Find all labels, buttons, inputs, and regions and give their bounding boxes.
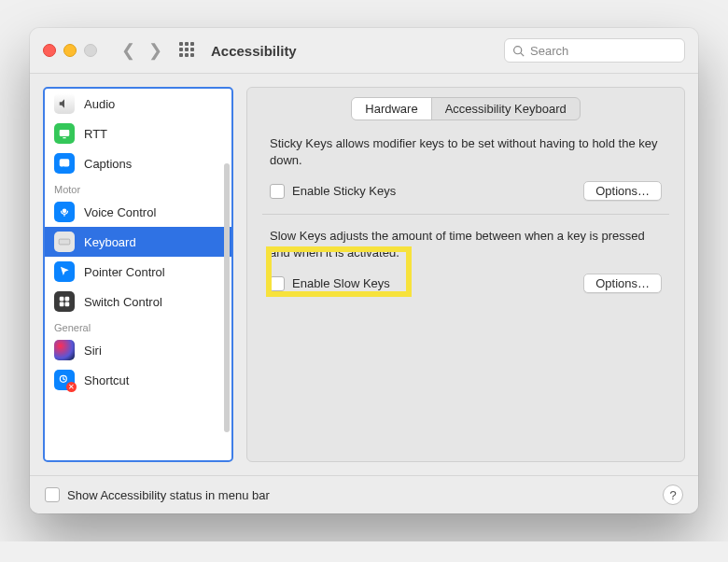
window-controls <box>43 44 97 57</box>
search-icon <box>512 45 525 57</box>
sidebar-item-keyboard[interactable]: Keyboard <box>45 227 231 257</box>
slow-keys-description: Slow Keys adjusts the amount of time bet… <box>270 228 662 260</box>
svg-rect-10 <box>60 302 64 307</box>
forward-button[interactable]: ❯ <box>148 42 162 59</box>
keyboard-icon <box>54 232 75 252</box>
close-window-button[interactable] <box>43 44 56 57</box>
sidebar-item-label: Switch Control <box>84 295 162 309</box>
sidebar-item-siri[interactable]: Siri <box>45 335 231 365</box>
sidebar-item-rtt[interactable]: RTT <box>45 119 231 148</box>
svg-rect-2 <box>60 130 70 136</box>
show-status-menubar-checkbox[interactable] <box>45 487 60 502</box>
sidebar-item-voice-control[interactable]: Voice Control <box>45 197 231 227</box>
sidebar-item-label: Shortcut <box>84 373 129 387</box>
sidebar-group-general: General <box>45 316 231 335</box>
voice-control-icon <box>54 202 75 222</box>
sidebar-item-label: RTT <box>84 127 107 141</box>
sidebar-group-motor: Motor <box>45 178 231 197</box>
tab-segments: Hardware Accessibility Keyboard <box>351 97 580 120</box>
tab-bar: Hardware Accessibility Keyboard <box>247 97 684 120</box>
enable-slow-keys-checkbox[interactable] <box>270 276 285 291</box>
main-panel: Hardware Accessibility Keyboard Sticky K… <box>246 87 685 462</box>
tab-accessibility-keyboard[interactable]: Accessibility Keyboard <box>432 98 580 119</box>
enable-sticky-keys-checkbox[interactable] <box>270 184 285 199</box>
sidebar-item-captions[interactable]: Captions <box>45 148 231 178</box>
show-all-icon[interactable] <box>179 42 196 59</box>
sidebar-item-shortcut[interactable]: ✕ Shortcut <box>45 365 231 395</box>
tab-hardware[interactable]: Hardware <box>352 98 431 119</box>
body: Audio RTT Captions Motor Voice Control <box>30 74 698 475</box>
svg-line-1 <box>521 52 524 55</box>
minimize-window-button[interactable] <box>63 44 77 57</box>
zoom-window-button[interactable] <box>84 44 97 57</box>
sidebar-item-label: Keyboard <box>84 235 136 249</box>
slow-keys-options-button[interactable]: Options… <box>583 274 662 293</box>
help-button[interactable]: ? <box>663 485 683 505</box>
switch-control-icon <box>54 291 75 312</box>
siri-icon <box>54 340 75 360</box>
svg-rect-4 <box>60 159 70 166</box>
slow-keys-section: Slow Keys adjusts the amount of time bet… <box>247 215 684 306</box>
svg-rect-11 <box>65 302 70 307</box>
svg-rect-3 <box>63 137 66 138</box>
footer: Show Accessibility status in menu bar ? <box>30 475 698 513</box>
enable-slow-keys-label: Enable Slow Keys <box>292 276 390 290</box>
sidebar-item-label: Captions <box>84 157 132 171</box>
sticky-keys-section: Sticky Keys allows modifier keys to be s… <box>247 120 684 214</box>
sticky-keys-options-button[interactable]: Options… <box>583 181 662 201</box>
back-button[interactable]: ❮ <box>121 42 135 59</box>
nav-arrows: ❮ ❯ <box>121 42 162 59</box>
show-status-menubar-label: Show Accessibility status in menu bar <box>67 488 270 502</box>
audio-icon <box>54 93 75 114</box>
preferences-window: ❮ ❯ Accessibility Search Audio RTT <box>30 28 698 513</box>
captions-icon <box>54 153 75 174</box>
pointer-control-icon <box>54 261 75 282</box>
search-placeholder: Search <box>530 44 568 58</box>
svg-point-0 <box>514 46 522 53</box>
svg-rect-7 <box>59 239 70 245</box>
sidebar-item-pointer-control[interactable]: Pointer Control <box>45 257 231 287</box>
sidebar-item-label: Siri <box>84 344 102 358</box>
sticky-keys-description: Sticky Keys allows modifier keys to be s… <box>270 135 662 168</box>
svg-rect-9 <box>65 297 70 302</box>
sidebar: Audio RTT Captions Motor Voice Control <box>43 87 233 462</box>
rtt-icon <box>54 123 75 144</box>
sidebar-item-label: Voice Control <box>84 205 156 219</box>
svg-rect-8 <box>60 297 64 302</box>
sidebar-item-label: Audio <box>84 97 115 111</box>
window-title: Accessibility <box>211 43 297 59</box>
svg-point-5 <box>63 209 67 214</box>
sidebar-scrollbar[interactable] <box>224 163 230 432</box>
sidebar-item-audio[interactable]: Audio <box>45 89 231 119</box>
titlebar: ❮ ❯ Accessibility Search <box>30 28 698 74</box>
enable-sticky-keys-label: Enable Sticky Keys <box>292 184 396 198</box>
search-input[interactable]: Search <box>504 38 685 63</box>
sidebar-item-label: Pointer Control <box>84 265 165 279</box>
sidebar-item-switch-control[interactable]: Switch Control <box>45 287 231 316</box>
shortcut-icon: ✕ <box>54 370 75 390</box>
